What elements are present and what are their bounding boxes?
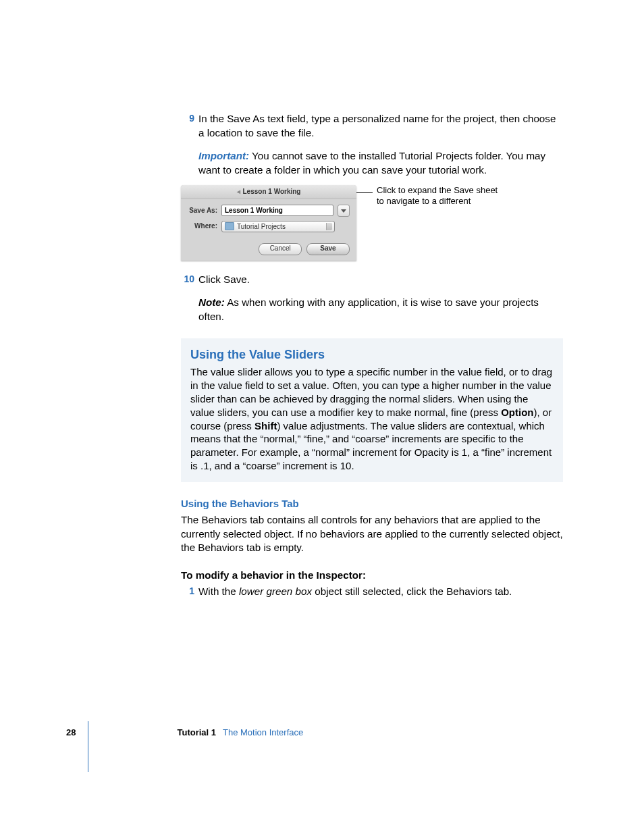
step-9: 9 In the Save As text field, type a pers… bbox=[181, 112, 563, 140]
step1-pre: With the bbox=[198, 585, 239, 597]
where-row: Where: Tutorial Projects bbox=[188, 221, 350, 232]
footer-tutorial: Tutorial 1 bbox=[177, 727, 216, 739]
page-number: 28 bbox=[66, 727, 76, 739]
step-text: Click Save. bbox=[198, 273, 250, 285]
save-as-input[interactable]: Lesson 1 Working bbox=[221, 205, 333, 216]
page-content: 9 In the Save As text field, type a pers… bbox=[181, 112, 563, 608]
save-as-row: Save As: Lesson 1 Working bbox=[188, 205, 350, 217]
modify-step-1: 1 With the lower green box object still … bbox=[181, 585, 563, 599]
behaviors-body: The Behaviors tab contains all controls … bbox=[181, 513, 563, 555]
modify-heading: To modify a behavior in the Inspector: bbox=[181, 569, 563, 583]
sheet-title-text: Lesson 1 Working bbox=[243, 188, 301, 195]
page-footer: 28 Tutorial 1 The Motion Interface bbox=[66, 727, 303, 739]
step-number: 10 bbox=[178, 273, 194, 286]
callout-line1: Click to expand the Save sheet bbox=[377, 185, 498, 195]
note-block: Note: As when working with any applicati… bbox=[181, 296, 563, 323]
callout-leader-line bbox=[356, 192, 373, 193]
save-sheet-figure: ◂Lesson 1 Working Save As: Lesson 1 Work… bbox=[181, 185, 563, 261]
where-popup[interactable]: Tutorial Projects bbox=[221, 221, 335, 232]
sidebar-heading: Using the Value Sliders bbox=[190, 346, 554, 363]
callout: Click to expand the Save sheet to naviga… bbox=[377, 185, 525, 207]
where-value: Tutorial Projects bbox=[237, 221, 286, 232]
folder-icon bbox=[225, 222, 234, 230]
sheet-titlebar: ◂Lesson 1 Working bbox=[181, 185, 356, 199]
important-text: You cannot save to the installed Tutoria… bbox=[198, 150, 545, 176]
save-as-label: Save As: bbox=[188, 206, 217, 215]
step1-italic: lower green box bbox=[239, 585, 312, 597]
sidebar-body: The value slider allows you to type a sp… bbox=[190, 365, 554, 472]
step-text: In the Save As text field, type a person… bbox=[198, 113, 556, 138]
note-label: Note: bbox=[198, 296, 225, 308]
important-block: Important: You cannot save to the instal… bbox=[181, 149, 563, 177]
step-number: 1 bbox=[178, 585, 194, 598]
disclosure-button[interactable] bbox=[338, 205, 350, 217]
cancel-button[interactable]: Cancel bbox=[259, 243, 302, 255]
note-text: As when working with any application, it… bbox=[198, 296, 539, 322]
save-sheet: ◂Lesson 1 Working Save As: Lesson 1 Work… bbox=[181, 185, 356, 261]
callout-line2: to navigate to a different bbox=[377, 196, 471, 206]
important-label: Important: bbox=[198, 150, 249, 161]
value-sliders-sidebar: Using the Value Sliders The value slider… bbox=[181, 338, 563, 482]
step-number: 9 bbox=[178, 112, 194, 125]
step-10: 10 Click Save. bbox=[181, 273, 563, 287]
footer-chapter: The Motion Interface bbox=[223, 727, 303, 739]
save-button[interactable]: Save bbox=[306, 243, 350, 255]
where-label: Where: bbox=[188, 221, 217, 231]
step1-post: object still selected, click the Behavio… bbox=[312, 585, 512, 597]
back-arrow-icon: ◂ bbox=[237, 188, 240, 195]
behaviors-heading: Using the Behaviors Tab bbox=[181, 497, 563, 511]
